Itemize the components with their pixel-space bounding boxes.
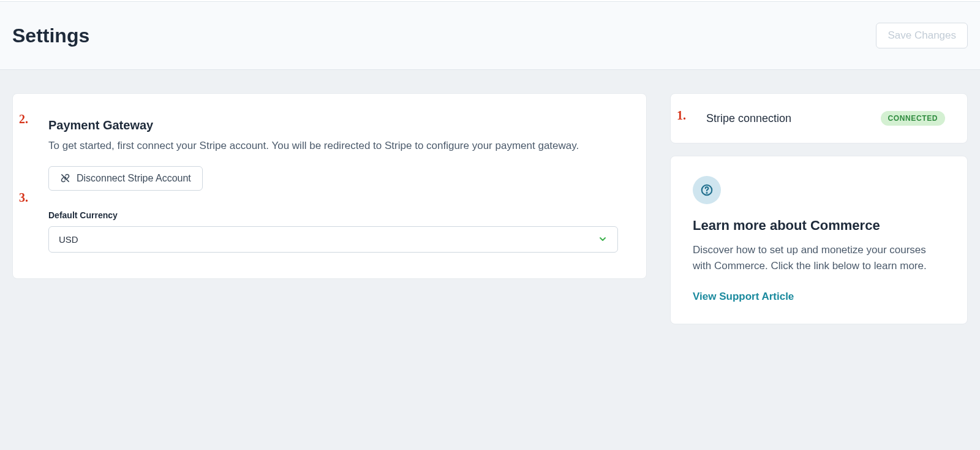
content-area: 2. 3. Payment Gateway To get started, fi… bbox=[0, 70, 980, 324]
stripe-connection-label: Stripe connection bbox=[706, 112, 791, 125]
annotation-3: 3. bbox=[19, 191, 28, 205]
default-currency-label: Default Currency bbox=[48, 210, 624, 220]
default-currency-select[interactable]: USD bbox=[48, 226, 618, 253]
right-column: 1. Stripe connection CONNECTED Learn mor… bbox=[670, 93, 968, 324]
question-circle-icon bbox=[700, 183, 714, 197]
page-title: Settings bbox=[12, 25, 89, 47]
annotation-2: 2. bbox=[19, 112, 28, 126]
disconnect-stripe-label: Disconnect Stripe Account bbox=[77, 173, 191, 184]
header-bar: Settings Save Changes bbox=[0, 1, 980, 70]
status-badge: CONNECTED bbox=[881, 111, 945, 126]
payment-gateway-description: To get started, first connect your Strip… bbox=[48, 139, 624, 154]
learn-more-body: Discover how to set up and monetize your… bbox=[693, 242, 945, 275]
disconnect-stripe-button[interactable]: Disconnect Stripe Account bbox=[48, 166, 203, 191]
learn-more-title: Learn more about Commerce bbox=[693, 218, 945, 234]
help-icon bbox=[693, 176, 721, 204]
chevron-down-icon bbox=[598, 234, 608, 244]
default-currency-value: USD bbox=[59, 234, 78, 245]
payment-gateway-card: 2. 3. Payment Gateway To get started, fi… bbox=[12, 93, 647, 279]
payment-gateway-heading: Payment Gateway bbox=[48, 118, 624, 132]
unlink-icon bbox=[60, 173, 70, 183]
annotation-1: 1. bbox=[677, 109, 686, 123]
save-changes-button[interactable]: Save Changes bbox=[876, 23, 968, 48]
svg-point-2 bbox=[706, 193, 707, 193]
learn-more-card: Learn more about Commerce Discover how t… bbox=[670, 156, 968, 324]
view-support-article-link[interactable]: View Support Article bbox=[693, 291, 794, 302]
stripe-connection-card: 1. Stripe connection CONNECTED bbox=[670, 93, 968, 143]
